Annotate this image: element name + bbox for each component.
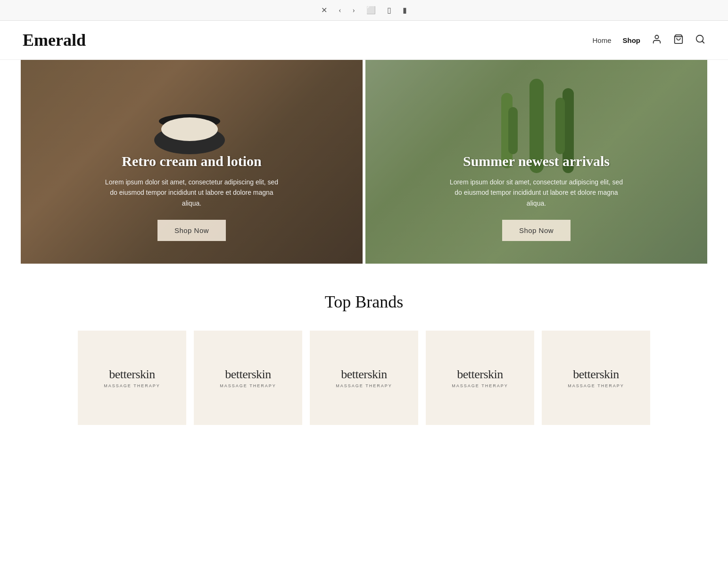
account-icon[interactable] <box>652 34 662 47</box>
brand-name-4: betterskin <box>457 367 503 382</box>
search-icon[interactable] <box>695 34 705 47</box>
back-icon[interactable]: ‹ <box>339 6 341 15</box>
svg-line-3 <box>702 41 704 43</box>
site-header: Emerald Home Shop <box>0 21 728 60</box>
cart-icon[interactable] <box>673 34 684 47</box>
brand-tagline-1: MASSAGE THERAPY <box>104 383 160 388</box>
top-brands-title: Top Brands <box>21 292 707 312</box>
brand-name-5: betterskin <box>573 367 619 382</box>
hero-right-title: Summer newest arrivals <box>447 153 626 169</box>
main-nav: Home Shop <box>592 34 705 47</box>
brands-grid: betterskin MASSAGE THERAPY betterskin MA… <box>21 331 707 425</box>
hero-banner-right: Summer newest arrivals Lorem ipsum dolor… <box>365 60 707 264</box>
browser-bar: ✕ ‹ › ⬜ ▯ ▮ <box>0 0 728 21</box>
hero-banner-left: Retro cream and lotion Lorem ipsum dolor… <box>21 60 363 264</box>
forward-icon[interactable]: › <box>353 6 355 15</box>
brand-card-2[interactable]: betterskin MASSAGE THERAPY <box>194 331 302 425</box>
brand-name-1: betterskin <box>109 367 155 382</box>
hero-left-title: Retro cream and lotion <box>102 153 281 169</box>
close-icon[interactable]: ✕ <box>321 6 327 15</box>
brand-card-1[interactable]: betterskin MASSAGE THERAPY <box>78 331 186 425</box>
hero-section: Retro cream and lotion Lorem ipsum dolor… <box>21 60 707 264</box>
brand-card-3[interactable]: betterskin MASSAGE THERAPY <box>310 331 418 425</box>
brand-tagline-3: MASSAGE THERAPY <box>336 383 392 388</box>
nav-home[interactable]: Home <box>592 36 611 44</box>
svg-point-0 <box>655 35 658 38</box>
brand-name-3: betterskin <box>341 367 387 382</box>
top-brands-section: Top Brands betterskin MASSAGE THERAPY be… <box>0 264 728 444</box>
hero-left-content: Retro cream and lotion Lorem ipsum dolor… <box>102 153 281 241</box>
brand-tagline-5: MASSAGE THERAPY <box>568 383 624 388</box>
hero-right-desc: Lorem ipsum dolor sit amet, consectetur … <box>447 177 626 208</box>
desktop-icon[interactable]: ⬜ <box>366 6 376 15</box>
brand-card-5[interactable]: betterskin MASSAGE THERAPY <box>542 331 650 425</box>
hero-right-content: Summer newest arrivals Lorem ipsum dolor… <box>447 153 626 241</box>
brand-name-2: betterskin <box>225 367 271 382</box>
hero-left-shop-button[interactable]: Shop Now <box>157 220 226 241</box>
brand-tagline-2: MASSAGE THERAPY <box>220 383 276 388</box>
hero-right-shop-button[interactable]: Shop Now <box>502 220 571 241</box>
hero-left-desc: Lorem ipsum dolor sit amet, consectetur … <box>102 177 281 208</box>
brand-card-4[interactable]: betterskin MASSAGE THERAPY <box>426 331 534 425</box>
site-logo: Emerald <box>23 30 86 50</box>
phone-icon[interactable]: ▮ <box>403 6 407 15</box>
nav-shop[interactable]: Shop <box>623 36 641 44</box>
jar-decoration <box>154 88 230 164</box>
brand-tagline-4: MASSAGE THERAPY <box>452 383 508 388</box>
tablet-icon[interactable]: ▯ <box>387 6 391 15</box>
